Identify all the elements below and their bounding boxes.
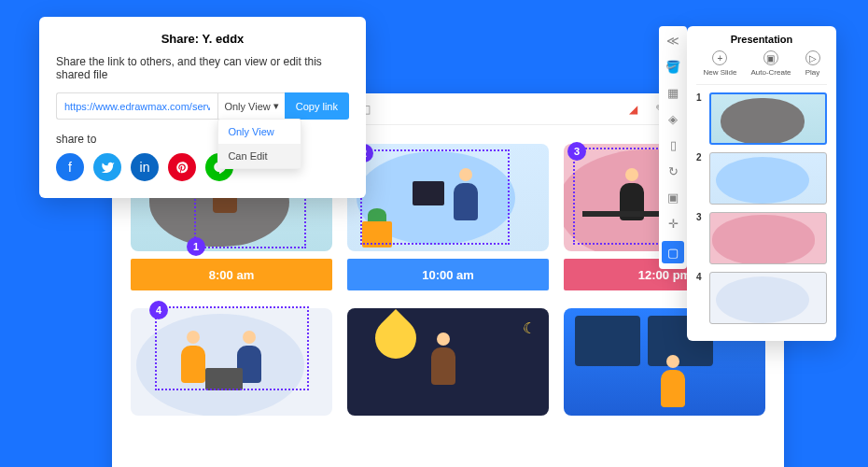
plus-icon: + (712, 50, 727, 65)
chevron-down-icon: ▾ (273, 100, 279, 112)
selection-badge-4: 4 (149, 301, 168, 319)
presentation-panel: Presentation + New Slide ▣ Auto-Create ▷… (687, 26, 836, 341)
play-icon: ▷ (805, 50, 820, 65)
time-label-2: 10:00 am (347, 259, 549, 290)
illustration-2 (347, 144, 549, 251)
permission-select[interactable]: Only View ▾ Only View Can Edit (217, 92, 284, 120)
share-title: Share: Y. eddx (56, 32, 349, 46)
image-rail-icon[interactable]: ▣ (665, 189, 681, 205)
fill-color-icon[interactable]: ◢ (629, 103, 642, 116)
presentation-rail-icon[interactable]: ▢ (662, 241, 684, 263)
paint-bucket-icon[interactable]: 🪣 (665, 58, 681, 75)
screen-icon: ▣ (763, 50, 778, 65)
share-dialog: Share: Y. eddx Share the link to others,… (39, 17, 366, 198)
share-url-input[interactable] (56, 92, 217, 120)
selection-badge-3: 3 (567, 142, 586, 161)
slide-thumb-1[interactable] (709, 92, 827, 145)
illustration-5: ☾ (347, 308, 549, 416)
history-rail-icon[interactable]: ↻ (665, 163, 681, 179)
social-buttons: f in (56, 153, 349, 181)
share-to-label: share to (56, 133, 349, 146)
slide-thumb-2[interactable] (709, 152, 827, 205)
permission-option-view[interactable]: Only View (218, 120, 301, 144)
play-button[interactable]: ▷ Play (805, 50, 820, 77)
layers-rail-icon[interactable]: ◈ (665, 110, 681, 127)
presentation-actions: + New Slide ▣ Auto-Create ▷ Play (696, 50, 827, 85)
permission-option-edit[interactable]: Can Edit (218, 144, 301, 168)
presentation-title: Presentation (696, 34, 827, 45)
focus-rail-icon[interactable]: ✛ (665, 215, 681, 232)
slide-thumb-3[interactable] (709, 212, 827, 264)
slide-row-2[interactable]: 2 (696, 152, 827, 205)
storyboard-cell-2[interactable]: 2 10:00 am (347, 144, 549, 293)
permission-dropdown: Only View Can Edit (217, 119, 301, 169)
storyboard-cell-5[interactable]: ☾ (347, 308, 549, 458)
side-tool-rail: ≪ 🪣 ▦ ◈ ▯ ↻ ▣ ✛ ▢ (659, 26, 687, 269)
share-description: Share the link to others, and they can v… (56, 55, 349, 81)
copy-link-button[interactable]: Copy link (285, 92, 349, 120)
pinterest-icon[interactable] (168, 153, 196, 181)
slide-row-3[interactable]: 3 (696, 212, 827, 264)
share-url-row: Only View ▾ Only View Can Edit Copy link (56, 92, 349, 120)
slide-row-1[interactable]: 1 (696, 92, 827, 145)
selection-badge-1: 1 (187, 237, 205, 256)
slide-row-4[interactable]: 4 (696, 272, 827, 324)
time-label-1: 8:00 am (131, 259, 332, 290)
auto-create-button[interactable]: ▣ Auto-Create (750, 50, 791, 77)
collapse-rail-icon[interactable]: ≪ (665, 32, 681, 49)
twitter-icon[interactable] (93, 153, 121, 181)
facebook-icon[interactable]: f (56, 153, 84, 181)
page-rail-icon[interactable]: ▯ (665, 136, 681, 153)
grid-view-icon[interactable]: ▦ (665, 84, 681, 101)
storyboard-cell-4[interactable]: 4 (131, 308, 332, 458)
slide-thumb-4[interactable] (709, 272, 827, 324)
linkedin-icon[interactable]: in (131, 153, 159, 181)
illustration-4 (131, 308, 332, 416)
new-slide-button[interactable]: + New Slide (703, 50, 736, 77)
